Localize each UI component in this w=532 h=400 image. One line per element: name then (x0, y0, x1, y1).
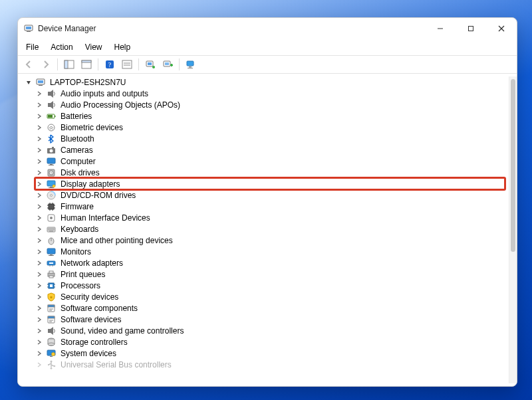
caret-down-icon[interactable] (25, 78, 33, 86)
tree-item[interactable]: Software devices (35, 314, 505, 325)
tree-item[interactable]: Sound, video and game controllers (35, 325, 505, 336)
tree-item[interactable]: Processors (35, 280, 505, 291)
tree-item-label: Software components (59, 304, 139, 313)
svg-rect-26 (39, 85, 43, 86)
tree-item[interactable]: Human Interface Devices (35, 212, 505, 223)
caret-right-icon[interactable] (35, 203, 43, 211)
tree-item[interactable]: Network adapters (35, 257, 505, 268)
caret-right-icon[interactable] (35, 361, 43, 369)
toolbar-action-button[interactable] (119, 57, 135, 72)
tree-item[interactable]: Cameras (35, 144, 505, 155)
toolbar: ? (18, 55, 517, 74)
caret-right-icon[interactable] (35, 259, 43, 267)
caret-right-icon[interactable] (35, 214, 43, 222)
caret-right-icon[interactable] (35, 237, 43, 245)
menubar: File Action View Help (18, 39, 517, 55)
usb-icon (46, 359, 57, 370)
caret-right-icon[interactable] (35, 304, 43, 312)
tree-item-label: Audio inputs and outputs (59, 89, 150, 98)
svg-rect-20 (165, 62, 169, 65)
maximize-button[interactable] (456, 18, 486, 39)
toolbar-back-button[interactable] (21, 57, 37, 72)
svg-rect-13 (122, 60, 132, 68)
toolbar-add-legacy-button[interactable] (160, 57, 176, 72)
caret-right-icon[interactable] (35, 124, 43, 132)
caret-right-icon[interactable] (35, 146, 43, 154)
tree-item-label: Biometric devices (59, 123, 124, 132)
network-icon (46, 258, 57, 268)
caret-right-icon[interactable] (35, 338, 43, 346)
toolbar-forward-button[interactable] (38, 57, 54, 72)
tree-item-label: Sound, video and game controllers (59, 326, 185, 336)
scrollbar-thumb[interactable] (511, 79, 515, 252)
tree-item[interactable]: Computer (35, 155, 505, 167)
caret-right-icon[interactable] (35, 270, 43, 278)
toolbar-separator (179, 58, 180, 70)
caret-right-icon[interactable] (35, 112, 43, 120)
caret-right-icon[interactable] (35, 90, 43, 98)
caret-right-icon[interactable] (35, 191, 43, 199)
tree-item[interactable]: Firmware (35, 201, 505, 212)
speaker-icon (46, 100, 57, 110)
toolbar-scan-hardware-button[interactable] (142, 57, 158, 72)
menu-help[interactable]: Help (109, 41, 136, 53)
close-button[interactable] (486, 18, 517, 39)
caret-right-icon[interactable] (35, 350, 43, 357)
caret-right-icon[interactable] (35, 248, 43, 256)
caret-right-icon[interactable] (35, 293, 43, 301)
tree-item-label: Batteries (59, 112, 93, 121)
caret-right-icon[interactable] (35, 282, 43, 290)
bluetooth-icon (46, 134, 57, 144)
tree-item[interactable]: Disk drives (35, 167, 505, 178)
camera-icon (46, 145, 57, 155)
toolbar-devices-by-type-button[interactable] (183, 57, 199, 72)
tree-item[interactable]: Mice and other pointing devices (35, 235, 505, 246)
device-tree[interactable]: LAPTOP-ESH2SN7U Audio inputs and outputs… (22, 76, 509, 383)
tree-item[interactable]: Monitors (35, 246, 505, 257)
menu-view[interactable]: View (80, 41, 108, 53)
tree-item[interactable]: DVD/CD-ROM drives (35, 189, 505, 201)
tree-item[interactable]: Storage controllers (35, 336, 505, 348)
tree-item[interactable]: Biometric devices (35, 122, 505, 133)
menu-action[interactable]: Action (45, 41, 78, 53)
hid-icon (46, 213, 57, 223)
chip-icon (46, 201, 57, 212)
toolbar-console-tree-button[interactable] (61, 57, 77, 72)
tree-item[interactable]: Display adapters (35, 178, 505, 189)
caret-right-icon[interactable] (35, 327, 43, 335)
caret-right-icon[interactable] (35, 225, 43, 233)
tree-item-label: Keyboards (59, 225, 100, 234)
scrollbar[interactable] (509, 76, 517, 383)
device-manager-window: Device Manager File Action View Help (17, 17, 517, 387)
tree-root-row[interactable]: LAPTOP-ESH2SN7U (25, 76, 505, 88)
tree-item[interactable]: Audio Processing Objects (APOs) (35, 99, 505, 110)
svg-rect-10 (82, 60, 91, 62)
svg-rect-22 (189, 66, 192, 68)
caret-right-icon[interactable] (35, 180, 43, 188)
tree-item[interactable]: Universal Serial Bus controllers (35, 359, 505, 370)
svg-rect-21 (187, 61, 194, 66)
tree-root-label: LAPTOP-ESH2SN7U (49, 78, 128, 87)
tree-item[interactable]: Keyboards (35, 223, 505, 235)
tree-item[interactable]: Batteries (35, 110, 505, 122)
tree-item[interactable]: Security devices (35, 291, 505, 302)
tree-item[interactable]: Bluetooth (35, 133, 505, 144)
caret-right-icon[interactable] (35, 316, 43, 324)
caret-right-icon[interactable] (35, 169, 43, 177)
fingerprint-icon (46, 122, 57, 133)
toolbar-properties-button[interactable] (78, 57, 94, 72)
tree-item[interactable]: Software components (35, 302, 505, 314)
tree-item[interactable]: System devices (35, 348, 505, 359)
minimize-button[interactable] (425, 18, 456, 39)
tree-item-label: Storage controllers (59, 338, 129, 347)
toolbar-help-button[interactable]: ? (102, 57, 118, 72)
tree-item-label: System devices (59, 349, 118, 358)
caret-right-icon[interactable] (35, 157, 43, 165)
tree-item[interactable]: Print queues (35, 268, 505, 280)
tree-item[interactable]: Audio inputs and outputs (35, 88, 505, 99)
menu-file[interactable]: File (21, 41, 44, 53)
caret-right-icon[interactable] (35, 101, 43, 109)
tree-item-label: Firmware (59, 202, 95, 211)
caret-right-icon[interactable] (35, 135, 43, 143)
svg-point-18 (152, 66, 155, 68)
